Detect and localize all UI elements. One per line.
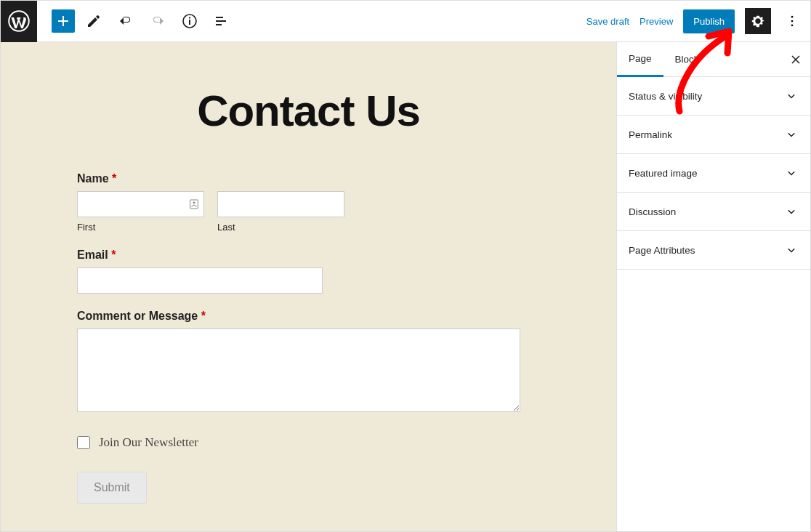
name-field: Name * First — [77, 172, 528, 233]
email-field: Email * — [77, 249, 528, 294]
redo-button[interactable] — [145, 8, 171, 34]
editor-canvas-scroll[interactable]: Contact Us Name * — [1, 42, 616, 531]
submit-button[interactable]: Submit — [77, 472, 147, 504]
newsletter-label[interactable]: Join Our Newsletter — [99, 435, 198, 450]
comment-label: Comment or Message * — [77, 310, 528, 323]
required-mark: * — [111, 249, 116, 261]
panel-discussion-label: Discussion — [629, 206, 676, 217]
undo-button[interactable] — [113, 8, 139, 34]
toolbar-left — [37, 8, 235, 34]
chevron-down-icon — [784, 243, 799, 257]
settings-sidebar: Page Block Status & visibility Permalink… — [616, 42, 810, 531]
panel-status: Status & visibility — [617, 77, 810, 116]
plus-icon — [55, 12, 72, 30]
info-icon — [181, 12, 198, 30]
editor-canvas: Contact Us Name * — [1, 42, 616, 531]
preview-button[interactable]: Preview — [639, 16, 673, 27]
wordpress-logo[interactable] — [1, 1, 37, 42]
svg-rect-3 — [189, 17, 190, 19]
toolbar-right: Save draft Preview Publish — [586, 8, 810, 34]
panel-attributes: Page Attributes — [617, 231, 810, 270]
info-button[interactable] — [177, 8, 203, 34]
email-input[interactable] — [77, 267, 323, 294]
required-mark: * — [112, 172, 116, 185]
panel-discussion: Discussion — [617, 193, 810, 231]
last-name-col: Last — [217, 191, 344, 233]
comment-field: Comment or Message * — [77, 310, 528, 415]
list-icon — [213, 12, 230, 30]
chevron-down-icon — [784, 89, 799, 103]
panel-permalink: Permalink — [617, 116, 810, 154]
editor-canvas-wrap: Contact Us Name * — [1, 42, 616, 531]
close-icon — [788, 52, 803, 67]
first-name-col: First — [77, 191, 204, 233]
chevron-down-icon — [784, 166, 799, 180]
panel-featured-label: Featured image — [629, 168, 698, 179]
edit-mode-button[interactable] — [81, 8, 107, 34]
svg-point-4 — [791, 16, 794, 18]
gear-icon — [750, 13, 766, 29]
required-mark: * — [201, 310, 206, 322]
svg-point-6 — [791, 25, 794, 27]
email-label-text: Email — [77, 249, 108, 261]
editor-body: Contact Us Name * — [1, 42, 810, 531]
contact-form: Name * First — [77, 172, 528, 504]
comment-textarea[interactable] — [77, 329, 520, 412]
save-draft-button[interactable]: Save draft — [586, 16, 629, 27]
chevron-down-icon — [784, 204, 799, 219]
first-sublabel: First — [77, 222, 204, 233]
add-block-button[interactable] — [52, 9, 75, 33]
newsletter-checkbox[interactable] — [77, 436, 90, 449]
tab-block[interactable]: Block — [663, 42, 711, 77]
more-options-button[interactable] — [781, 8, 803, 34]
wordpress-icon — [8, 10, 30, 32]
first-name-input[interactable] — [77, 191, 204, 217]
panel-status-toggle[interactable]: Status & visibility — [617, 77, 810, 115]
panel-status-label: Status & visibility — [629, 91, 702, 102]
panel-attributes-label: Page Attributes — [629, 245, 695, 256]
email-label: Email * — [77, 249, 528, 262]
svg-rect-7 — [190, 200, 198, 209]
svg-point-5 — [791, 20, 794, 23]
svg-point-8 — [193, 202, 195, 204]
panel-discussion-toggle[interactable]: Discussion — [617, 193, 810, 230]
editor-toolbar: Save draft Preview Publish — [1, 1, 810, 42]
autofill-icon — [188, 198, 200, 210]
panel-attributes-toggle[interactable]: Page Attributes — [617, 231, 810, 269]
pencil-icon — [85, 12, 102, 30]
comment-label-text: Comment or Message — [77, 310, 198, 322]
chevron-down-icon — [784, 127, 799, 142]
last-name-input[interactable] — [217, 191, 344, 217]
svg-rect-2 — [189, 20, 190, 25]
name-label: Name * — [77, 172, 528, 185]
name-label-text: Name — [77, 172, 109, 185]
publish-button[interactable]: Publish — [683, 9, 735, 33]
outline-button[interactable] — [209, 8, 235, 34]
panel-featured: Featured image — [617, 154, 810, 193]
panel-permalink-label: Permalink — [629, 129, 672, 140]
newsletter-row: Join Our Newsletter — [77, 435, 528, 450]
tab-page[interactable]: Page — [617, 42, 663, 77]
sidebar-tabs: Page Block — [617, 42, 810, 77]
close-sidebar-button[interactable] — [781, 45, 810, 74]
redo-icon — [149, 12, 166, 30]
last-sublabel: Last — [217, 222, 344, 233]
panel-featured-toggle[interactable]: Featured image — [617, 154, 810, 192]
dots-vertical-icon — [785, 14, 799, 28]
panel-permalink-toggle[interactable]: Permalink — [617, 116, 810, 153]
undo-icon — [117, 12, 134, 30]
name-columns: First Last — [77, 191, 528, 233]
page-title[interactable]: Contact Us — [1, 42, 616, 172]
settings-button[interactable] — [745, 8, 771, 34]
